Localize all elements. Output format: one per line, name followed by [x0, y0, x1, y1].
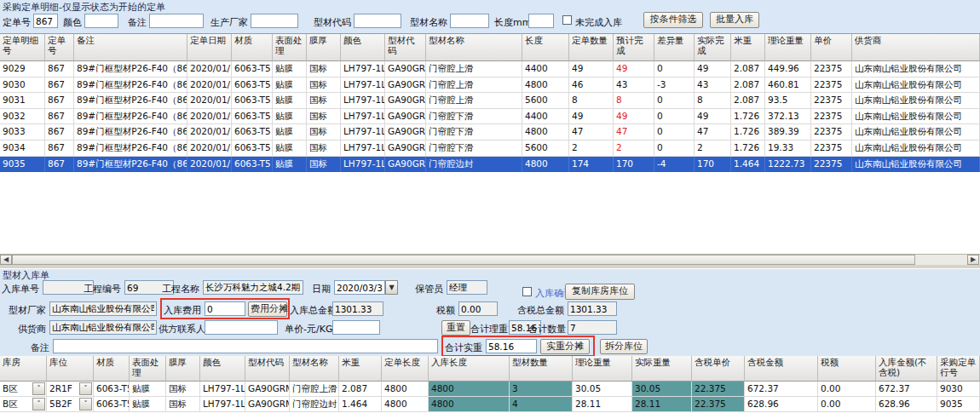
column-header[interactable]: 型材名称 — [290, 356, 339, 382]
column-header[interactable]: 颜色 — [200, 356, 245, 382]
contact-input[interactable] — [205, 320, 278, 335]
filter-length-input[interactable] — [528, 14, 554, 28]
cell-text: 3 — [512, 383, 518, 393]
column-header[interactable]: 定单日期 — [187, 34, 232, 61]
date-input[interactable] — [334, 280, 385, 295]
dropdown-arrow-icon[interactable]: ˅ — [79, 398, 92, 410]
scrollbar-thumb[interactable] — [12, 255, 915, 265]
tax-input[interactable] — [458, 301, 498, 316]
column-header[interactable]: 入库金额(不含税) — [876, 356, 937, 382]
calendar-dropdown-icon[interactable]: ▼ — [385, 280, 398, 295]
supplier-input[interactable] — [49, 320, 157, 335]
cell-text: 2 — [572, 142, 578, 152]
table-cell: LH797-1LL0 — [341, 61, 385, 77]
filter-name-input[interactable] — [450, 14, 489, 28]
table-row[interactable]: B区˅5B2F˅6063-T5贴膜国标LH797-1LL0GA90GRM05门帘… — [0, 397, 980, 412]
column-header[interactable]: 米重 — [731, 34, 765, 61]
column-header[interactable]: 供货商 — [852, 34, 980, 61]
filter-code-input[interactable] — [354, 14, 401, 28]
column-header[interactable]: 长度 — [522, 34, 569, 61]
filter-by-condition-button[interactable]: 按条件筛选 — [643, 12, 703, 28]
table-cell: 30.05 — [573, 382, 632, 397]
fee-share-button[interactable]: 费用分摊 — [248, 301, 287, 317]
table-row[interactable]: 903486789#门框型材P26-F40（866+867）2020/01/13… — [0, 141, 980, 157]
column-header[interactable]: 备注 — [74, 34, 187, 61]
column-header[interactable]: 库位 — [47, 356, 94, 382]
column-header[interactable]: 入库长度 — [429, 356, 510, 382]
dropdown-arrow-icon[interactable]: ˅ — [32, 398, 45, 410]
cell-text: 449.96 — [768, 63, 799, 73]
column-header[interactable]: 采购定单行号 — [937, 356, 980, 382]
dropdown-arrow-icon[interactable]: ˅ — [32, 382, 45, 395]
reset-button[interactable]: 重置 — [441, 320, 470, 336]
table-row[interactable]: B区˅2R1F˅6063-T5贴膜国标LH797-1LL0GA90GRM03门帘… — [0, 382, 980, 397]
cell-text: GA90GRM04 — [388, 142, 426, 152]
column-header[interactable]: 差异量 — [654, 34, 695, 61]
unfinished-checkbox[interactable] — [562, 15, 572, 25]
cell-text: 47 — [572, 126, 583, 136]
factory-input[interactable] — [49, 301, 157, 316]
cell-text: 49 — [616, 111, 627, 121]
dropdown-arrow-icon[interactable]: ˅ — [79, 382, 92, 395]
scroll-left-icon[interactable]: ◀ — [0, 255, 12, 265]
column-header[interactable]: 单价 — [811, 34, 852, 61]
table-cell: 山东南山铝业股份有限公司 — [852, 124, 980, 141]
column-header[interactable]: 膜厚 — [166, 356, 200, 382]
column-header[interactable]: 表面处理 — [130, 356, 166, 382]
column-header[interactable]: 预计完成 — [614, 34, 654, 61]
table-cell: GA90GRM03 — [385, 93, 426, 109]
filter-remark-input[interactable] — [149, 14, 204, 28]
table-row[interactable]: 903586789#门框型材P26-F40（866+867）2020/01/13… — [0, 157, 980, 173]
column-header[interactable]: 型材代码 — [385, 34, 426, 61]
copy-warehouse-button[interactable]: 复制库房库位 — [565, 284, 635, 300]
filter-maker-input[interactable] — [251, 14, 298, 28]
column-header[interactable]: 型材数量 — [510, 356, 573, 382]
table-row[interactable]: 902986789#门框型材P26-F40（866+867）2020/01/13… — [0, 61, 980, 77]
column-header[interactable]: 含税金额 — [745, 356, 818, 382]
tax-total-input[interactable] — [568, 301, 617, 316]
project-name-input[interactable] — [203, 280, 303, 295]
column-header[interactable]: 实际重量 — [632, 356, 692, 382]
table-row[interactable]: 903086789#门框型材P26-F40（866+867）2020/01/13… — [0, 77, 980, 94]
table-row[interactable]: 903286789#门框型材P26-F40（866+867）2020/01/13… — [0, 109, 980, 125]
cell-text: 9030 — [940, 383, 963, 393]
column-header[interactable]: 定单数量 — [569, 34, 614, 61]
scroll-right-icon[interactable]: ▶ — [967, 255, 979, 265]
column-header[interactable]: 材质 — [94, 356, 130, 382]
unit-price-input[interactable] — [332, 320, 380, 335]
qty-total-input[interactable] — [568, 320, 617, 335]
table-row[interactable]: 903386789#门框型材P26-F40（866+867）2020/01/13… — [0, 124, 980, 141]
column-header[interactable]: 理论重量 — [573, 356, 632, 382]
inbound-confirm-checkbox[interactable] — [522, 287, 532, 296]
form-remark-input[interactable] — [53, 339, 438, 353]
column-header[interactable]: 颜色 — [341, 34, 385, 61]
column-header[interactable]: 型材名称 — [426, 34, 522, 61]
column-header[interactable]: 米重 — [339, 356, 382, 382]
column-header[interactable]: 定单明细号 — [0, 34, 45, 61]
total-amount-input[interactable] — [332, 301, 383, 316]
fee-input[interactable] — [205, 301, 245, 316]
column-header[interactable]: 定单号 — [45, 34, 74, 61]
column-header[interactable]: 实际完成 — [695, 34, 731, 61]
column-header[interactable]: 含税单价 — [692, 356, 745, 382]
column-header[interactable]: 膜厚 — [307, 34, 341, 61]
column-header[interactable]: 理论重量 — [765, 34, 811, 61]
keeper-input[interactable] — [447, 280, 487, 295]
inbound-form-panel: 型材入库单 入库单号 工程编号 工程名称 日期 ▼ 保管员 入库确认 复制库房库… — [0, 268, 980, 356]
weight-share-button[interactable]: 实重分摊 — [540, 339, 590, 354]
column-header[interactable]: 型材代码 — [245, 356, 290, 382]
column-header[interactable]: 材质 — [232, 34, 273, 61]
column-header[interactable]: 表面处理 — [273, 34, 307, 61]
filter-color-input[interactable] — [84, 14, 118, 28]
column-header[interactable]: 定单长度 — [382, 356, 429, 382]
table-row[interactable]: 903186789#门框型材P26-F40（866+867）2020/01/13… — [0, 93, 980, 109]
split-location-button[interactable]: 拆分库位 — [600, 339, 648, 354]
actual-total-input[interactable] — [486, 339, 537, 353]
column-header[interactable]: 税额 — [818, 356, 876, 382]
order-table-hscrollbar[interactable]: ◀ ▶ — [0, 254, 980, 265]
batch-inbound-button[interactable]: 批量入库 — [710, 12, 759, 28]
filter-order-no-input[interactable] — [33, 14, 58, 28]
table-cell: 89#门框型材P26-F40（866+867） — [74, 93, 187, 109]
table-cell: 89#门框型材P26-F40（866+867） — [74, 157, 187, 173]
column-header[interactable]: 库房 — [0, 356, 47, 382]
